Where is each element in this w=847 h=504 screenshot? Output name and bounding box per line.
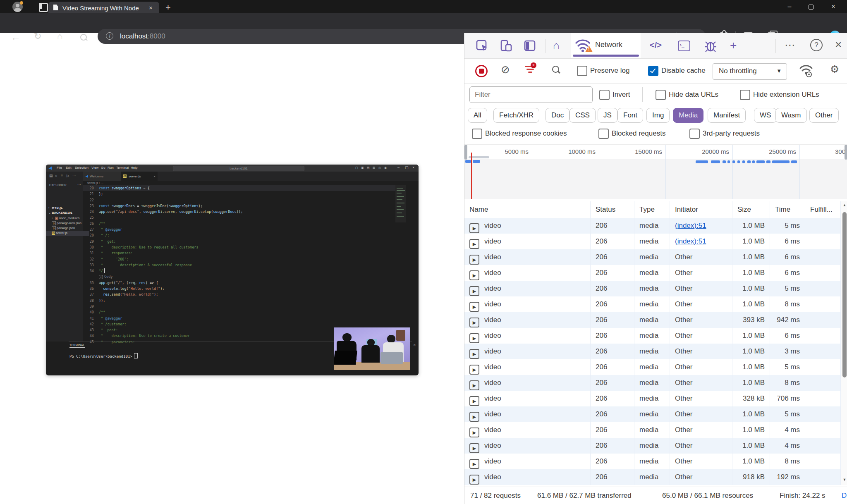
request-row[interactable]: ▶video206mediaOther1.0 MB5 ms <box>464 406 841 422</box>
search-icon[interactable] <box>80 34 87 41</box>
requests-table-header[interactable]: NameStatusTypeInitiatorSizeTimeFulfill..… <box>464 201 841 218</box>
request-row[interactable]: ▶video206mediaOther1.0 MB6 ms <box>464 265 841 281</box>
request-row[interactable]: ▶video206mediaOther1.0 MB3 ms <box>464 344 841 359</box>
filter-pill-fetch-xhr[interactable]: Fetch/XHR <box>493 108 539 123</box>
request-row[interactable]: ▶video206mediaOther1.0 MB8 ms <box>464 375 841 391</box>
filter-pill-css[interactable]: CSS <box>569 108 596 123</box>
video-player[interactable]: backend101 ▢▣▤⊞◎◉ – ▢ × FileEditSelectio… <box>46 165 419 375</box>
request-row[interactable]: ▶video206mediaOther918 kB192 ms <box>464 469 841 485</box>
explorer-item-BACKEND101[interactable]: ⌄BACKEND101 <box>46 211 86 216</box>
tab-network[interactable]: Network <box>571 33 641 58</box>
explorer-item-package-lock-json[interactable]: {}package-lock.json <box>46 221 89 226</box>
filter-input[interactable]: Filter <box>469 86 593 103</box>
request-row[interactable]: ▶video206mediaOther1.0 MB4 ms <box>464 438 841 454</box>
column-header-name[interactable]: Name <box>464 201 591 218</box>
window-close-button[interactable]: × <box>824 0 843 13</box>
tab-actions-icon[interactable] <box>39 3 48 12</box>
overlay-close-icon[interactable]: × <box>413 342 416 347</box>
explorer-item-package-json[interactable]: {}package.json <box>46 226 89 231</box>
console-icon[interactable]: ›_ <box>678 41 690 51</box>
settings-gear-icon[interactable]: ⚙ <box>830 63 839 75</box>
request-row[interactable]: ▶video206mediaOther393 kB942 ms <box>464 312 841 328</box>
explorer-item-node_modules[interactable]: ›nnode_modules <box>46 216 89 221</box>
filter-pill-font[interactable]: Font <box>617 108 643 123</box>
request-row[interactable]: ▶video206mediaOther1.0 MB5 ms <box>464 281 841 296</box>
invert-checkbox[interactable] <box>599 90 610 100</box>
activity-bar-layout-icon[interactable] <box>524 40 536 52</box>
window-minimize-button[interactable]: – <box>780 0 799 13</box>
throttling-dropdown[interactable]: No throttling ▼ <box>713 63 787 80</box>
menu-selection[interactable]: Selection <box>75 166 89 170</box>
request-row[interactable]: ▶video206mediaOther1.0 MB6 ms <box>464 328 841 344</box>
request-row[interactable]: ▶video206mediaOther1.0 MB5 ms <box>464 359 841 375</box>
column-header-fulfill[interactable]: Fulfill... <box>805 201 841 218</box>
initiator-link[interactable]: (index):51 <box>675 237 706 245</box>
filter-pill-media[interactable]: Media <box>673 108 703 123</box>
devtools-close-icon[interactable]: × <box>835 38 842 51</box>
blocked-requests-checkbox[interactable] <box>598 129 609 139</box>
sources-icon[interactable]: </> <box>650 41 662 50</box>
scrollbar-thumb[interactable] <box>842 212 847 377</box>
filter-pill-all[interactable]: All <box>468 108 487 123</box>
filter-funnel-icon[interactable]: × <box>525 65 536 75</box>
disable-cache-checkbox[interactable] <box>648 66 658 76</box>
column-header-size[interactable]: Size <box>732 201 770 218</box>
debugger-bug-icon[interactable] <box>704 40 717 52</box>
tab-close-icon[interactable]: × <box>149 4 153 11</box>
filter-pill-img[interactable]: Img <box>646 108 670 123</box>
explorer-item-MYSQL[interactable]: ›MYSQL <box>46 206 86 211</box>
new-tab-button[interactable]: + <box>165 2 171 13</box>
network-search-icon[interactable] <box>552 66 559 73</box>
preserve-log-checkbox[interactable] <box>577 66 587 76</box>
network-overview[interactable]: 5000 ms10000 ms15000 ms20000 ms25000 ms3… <box>464 144 847 199</box>
column-header-status[interactable]: Status <box>591 201 634 218</box>
hide-data-urls-checkbox[interactable] <box>656 90 666 100</box>
initiator-link[interactable]: (index):51 <box>675 222 706 229</box>
3rd-party-requests-checkbox[interactable] <box>689 129 700 139</box>
scroll-up-icon[interactable]: ▲ <box>842 203 847 207</box>
home-button[interactable]: ⌂ <box>57 32 62 41</box>
request-row[interactable]: ▶video206mediaOther1.0 MB8 ms <box>464 296 841 312</box>
browser-tab[interactable]: Video Streaming With Node × <box>48 2 159 13</box>
filter-pill-manifest[interactable]: Manifest <box>708 108 746 123</box>
inspect-icon[interactable] <box>476 40 488 52</box>
menu-file[interactable]: File <box>57 166 62 170</box>
blocked-response-cookies-checkbox[interactable] <box>472 129 482 139</box>
scroll-down-icon[interactable]: ▼ <box>842 478 847 482</box>
column-header-type[interactable]: Type <box>634 201 670 218</box>
column-header-time[interactable]: Time <box>770 201 805 218</box>
devtools-more-icon[interactable]: ⋯ <box>785 39 795 52</box>
column-header-initiator[interactable]: Initiator <box>670 201 732 218</box>
request-row[interactable]: ▶video206mediaOther1.0 MB6 ms <box>464 249 841 265</box>
filter-pill-other[interactable]: Other <box>809 108 839 123</box>
explorer-item-server-js[interactable]: JSserver.js <box>46 231 89 236</box>
back-button[interactable]: ← <box>11 32 21 42</box>
request-row[interactable]: ▶video206media(index):511.0 MB5 ms <box>464 218 841 234</box>
clear-icon[interactable]: ⊘ <box>501 63 510 76</box>
menu-view[interactable]: View <box>91 166 98 170</box>
menu-terminal[interactable]: Terminal <box>116 166 129 170</box>
request-row[interactable]: ▶video206mediaOther1.0 MB4 ms <box>464 422 841 438</box>
hide-extension-urls-checkbox[interactable] <box>740 90 750 100</box>
device-emulation-icon[interactable] <box>500 40 512 52</box>
filter-pill-js[interactable]: JS <box>598 108 617 123</box>
refresh-button[interactable]: ↻ <box>34 32 41 41</box>
network-conditions-icon[interactable] <box>799 64 814 77</box>
filter-pill-ws[interactable]: WS <box>754 108 777 123</box>
filter-pill-wasm[interactable]: Wasm <box>775 108 807 123</box>
welcome-home-icon[interactable]: ⌂ <box>553 39 560 52</box>
menu-help[interactable]: Help <box>131 166 137 170</box>
site-info-icon[interactable]: i <box>106 32 113 40</box>
request-row[interactable]: ▶video206media(index):511.0 MB6 ms <box>464 234 841 249</box>
overview-grip-left[interactable] <box>464 145 467 160</box>
window-restore-button[interactable] <box>802 0 821 13</box>
menu-go[interactable]: Go <box>101 166 105 170</box>
menu-run[interactable]: Run <box>108 166 114 170</box>
request-row[interactable]: ▶video206mediaOther1.0 MB8 ms <box>464 454 841 469</box>
table-scrollbar[interactable]: ▲ ▼ <box>841 201 847 485</box>
more-tools-plus-icon[interactable]: + <box>730 39 737 52</box>
help-icon[interactable]: ? <box>810 39 823 51</box>
menu-edit[interactable]: Edit <box>66 166 72 170</box>
record-stop-button[interactable] <box>475 65 488 77</box>
request-row[interactable]: ▶video206mediaOther328 kB706 ms <box>464 391 841 406</box>
